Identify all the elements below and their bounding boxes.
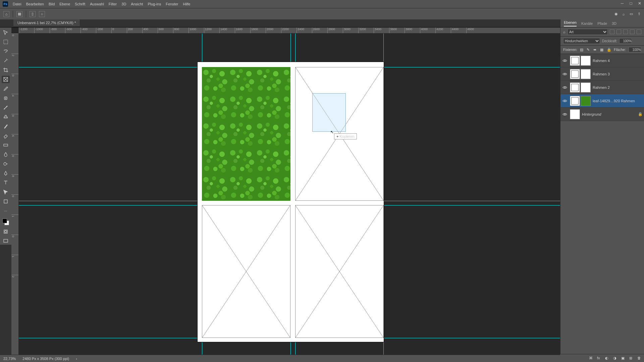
layer-row[interactable]: leaf-14829…920 Rahmen: [560, 94, 644, 108]
filter-adjust-icon[interactable]: [616, 29, 621, 34]
filter-type-icon[interactable]: [623, 29, 628, 34]
zoom-level[interactable]: 22,73%: [3, 357, 16, 361]
orientation-landscape-icon[interactable]: ○: [39, 11, 45, 17]
maximize-button[interactable]: □: [629, 1, 633, 6]
group-icon[interactable]: ▣: [621, 356, 626, 361]
blend-mode-select[interactable]: Hindurchwirken: [563, 38, 600, 44]
delete-icon[interactable]: 🗑: [637, 356, 642, 361]
menu-filter[interactable]: Filter: [109, 2, 117, 6]
tab-kanaele[interactable]: Kanäle: [581, 21, 593, 25]
filter-image-icon[interactable]: [610, 29, 614, 34]
home-icon[interactable]: ⌂: [3, 11, 9, 17]
stamp-tool[interactable]: [2, 113, 10, 121]
menu-fenster[interactable]: Fenster: [166, 2, 178, 6]
layer-filter-select[interactable]: Art: [568, 29, 608, 35]
menu-ebene[interactable]: Ebene: [59, 2, 70, 6]
frame-tool[interactable]: [2, 76, 10, 83]
more-tools[interactable]: ···: [2, 207, 10, 215]
layer-row[interactable]: Rahmen 4: [560, 54, 644, 67]
empty-frame[interactable]: [202, 205, 290, 338]
menu-bild[interactable]: Bild: [49, 2, 55, 6]
chevron-right-icon[interactable]: ›: [76, 357, 77, 361]
mask-icon[interactable]: ◐: [605, 356, 610, 361]
close-button[interactable]: ✕: [637, 1, 642, 6]
link-layers-icon[interactable]: ⌘: [589, 356, 594, 361]
lock-nested-icon[interactable]: ⬌: [593, 48, 597, 52]
marquee-tool[interactable]: [2, 38, 10, 46]
menu-plugins[interactable]: Plug-ins: [148, 2, 161, 6]
ruler-vertical[interactable]: 0204060801012: [11, 34, 19, 355]
layer-row[interactable]: Rahmen 3: [560, 67, 644, 81]
crop-tool[interactable]: [2, 66, 10, 74]
tab-ebenen[interactable]: Ebenen: [564, 20, 577, 26]
type-tool[interactable]: [2, 179, 10, 186]
search-icon[interactable]: ⌕: [623, 12, 625, 16]
fx-icon[interactable]: fx: [597, 356, 602, 361]
eraser-tool[interactable]: [2, 132, 10, 139]
history-brush-tool[interactable]: [2, 123, 10, 130]
opacity-input[interactable]: [619, 38, 632, 44]
wand-tool[interactable]: [2, 57, 10, 64]
empty-frame[interactable]: [295, 205, 384, 338]
lock-position-icon[interactable]: ✎: [587, 48, 591, 52]
gradient-tool[interactable]: [2, 141, 10, 149]
menu-3d[interactable]: 3D: [121, 2, 126, 6]
document-tab[interactable]: Unbenannt-1 bei 22,7% (CMYK/8) *: [13, 19, 80, 26]
pen-tool[interactable]: [2, 170, 10, 177]
minimize-button[interactable]: ─: [620, 1, 625, 6]
workspace-icon[interactable]: ▭: [630, 12, 633, 16]
fill-label: Fläche:: [614, 48, 626, 52]
visibility-icon[interactable]: [562, 71, 568, 77]
layer-name[interactable]: Rahmen 3: [593, 72, 643, 76]
frame-preset-icon[interactable]: ▦: [16, 11, 22, 17]
menu-auswahl[interactable]: Auswahl: [90, 2, 104, 6]
menu-datei[interactable]: Datei: [13, 2, 21, 6]
lock-pixels-icon[interactable]: ▨: [580, 48, 584, 52]
canvas-area[interactable]: ↖ + Kopieren: [19, 34, 560, 355]
share-icon[interactable]: ⇪: [638, 12, 641, 16]
adjustment-icon[interactable]: ◑: [613, 356, 618, 361]
filter-shape-icon[interactable]: [630, 29, 635, 34]
shape-tool[interactable]: [2, 198, 10, 205]
layer-name[interactable]: leaf-14829…920 Rahmen: [593, 99, 643, 103]
quickmask-tool[interactable]: [2, 228, 10, 235]
lock-icon[interactable]: 🔒: [638, 112, 643, 117]
blur-tool[interactable]: [2, 151, 10, 158]
move-tool[interactable]: [2, 29, 10, 36]
layer-name[interactable]: Hintergrund: [582, 112, 636, 116]
dodge-tool[interactable]: [2, 160, 10, 168]
filled-frame-clover[interactable]: [202, 67, 290, 201]
screenmode-tool[interactable]: [2, 237, 10, 245]
new-layer-icon[interactable]: ⊞: [629, 356, 634, 361]
filter-smart-icon[interactable]: [637, 29, 641, 34]
ruler-horizontal[interactable]: -1200-1000-800-600-400-20002004006008001…: [19, 27, 560, 34]
healing-tool[interactable]: [2, 95, 10, 102]
menu-ansicht[interactable]: Ansicht: [131, 2, 143, 6]
cloud-icon[interactable]: ◉: [614, 12, 618, 16]
visibility-icon[interactable]: [562, 84, 568, 90]
path-tool[interactable]: [2, 188, 10, 196]
lock-all-icon[interactable]: 🔒: [607, 48, 611, 52]
orientation-portrait-icon[interactable]: ▯: [30, 11, 36, 17]
menu-schrift[interactable]: Schrift: [75, 2, 85, 6]
document-info[interactable]: 2480 Px x 3508 Px (300 ppi): [22, 357, 69, 361]
eyedropper-tool[interactable]: [2, 85, 10, 93]
brush-tool[interactable]: [2, 104, 10, 111]
lock-artboard-icon[interactable]: ▦: [600, 48, 604, 52]
tab-3d[interactable]: 3D: [612, 21, 616, 25]
menu-hilfe[interactable]: Hilfe: [183, 2, 190, 6]
tab-pfade[interactable]: Pfade: [597, 21, 607, 25]
layer-name[interactable]: Rahmen 4: [593, 59, 643, 63]
artboard[interactable]: [198, 62, 384, 342]
color-swatches[interactable]: [2, 218, 10, 226]
visibility-icon[interactable]: [562, 98, 568, 104]
layer-row[interactable]: Hintergrund 🔒: [560, 108, 644, 121]
visibility-icon[interactable]: [562, 111, 568, 117]
lasso-tool[interactable]: [2, 48, 10, 55]
layer-name[interactable]: Rahmen 2: [593, 85, 643, 89]
fill-input[interactable]: [629, 47, 641, 52]
visibility-icon[interactable]: [562, 58, 568, 64]
layer-row[interactable]: Rahmen 2: [560, 81, 644, 94]
menu-bearbeiten[interactable]: Bearbeiten: [26, 2, 44, 6]
search-icon[interactable]: ⌕: [563, 30, 566, 34]
